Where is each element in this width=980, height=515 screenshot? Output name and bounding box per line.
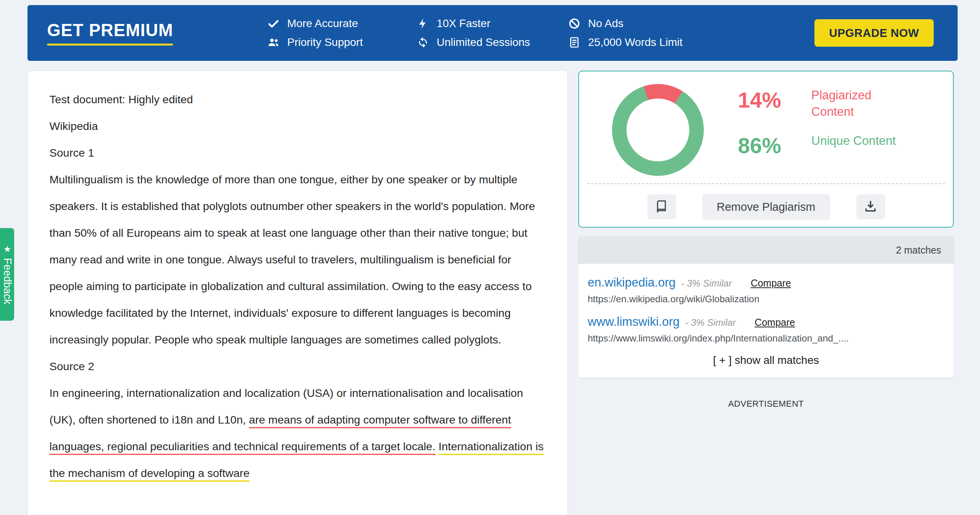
document-line: Source 1 [49,139,546,166]
title-underline [47,44,173,46]
match-site-link[interactable]: www.limswiki.org [588,315,679,329]
document-line: In engineering, internationalization and… [49,380,546,486]
unique-percentage: 86% [738,133,811,157]
matches-count: 2 matches [896,245,941,256]
show-all-matches-link[interactable]: [ + ] show all matches [578,354,954,367]
match-site-link[interactable]: en.wikipedia.org [588,276,676,290]
match-item: www.limswiki.org- 3% SimilarComparehttps… [588,315,944,344]
document-line: Test document: Highly edited [49,86,546,113]
upgrade-now-button[interactable]: UPGRADE NOW [814,19,934,47]
plagiarized-stat: 14% Plagiarized Content [738,87,942,120]
match-list: en.wikipedia.org- 3% SimilarComparehttps… [578,264,954,344]
banner-feature: 25,000 Words Limit [568,36,683,49]
banner-feature: 10X Faster [416,17,568,30]
document-line: Source 2 [49,353,546,380]
plagiarized-label: Plagiarized Content [811,87,913,120]
bolt-icon [416,17,430,30]
match-url: https://www.limswiki.org/index.php/Inter… [588,333,944,344]
compare-link[interactable]: Compare [750,278,791,289]
feature-label: Priority Support [287,36,363,49]
dashed-divider [587,183,945,184]
page: GET PREMIUM More Accurate10X FasterNo Ad… [0,0,980,515]
banner-feature: Priority Support [267,36,416,49]
feature-label: No Ads [588,17,623,30]
document-panel[interactable]: Test document: Highly editedWikipediaSou… [27,71,568,515]
report-book-button[interactable] [647,194,676,219]
banner-title: GET PREMIUM [47,20,173,40]
banner-feature: Unlimited Sessions [416,36,568,49]
matches-panel: 2 matches en.wikipedia.org- 3% SimilarCo… [578,236,954,378]
plagiarized-percentage: 14% [738,87,811,111]
premium-banner: GET PREMIUM More Accurate10X FasterNo Ad… [27,5,958,61]
document-line: Multilingualism is the knowledge of more… [49,166,546,353]
download-icon [864,200,877,214]
feature-label: More Accurate [287,17,358,30]
refresh-icon [416,36,430,49]
match-similarity: - 3% Similar [685,317,736,328]
banner-features: More Accurate10X FasterNo AdsPriority Su… [267,17,683,49]
banner-title-block: GET PREMIUM [47,20,173,46]
unique-label: Unique Content [811,133,913,149]
feature-label: Unlimited Sessions [437,36,530,49]
match-item: en.wikipedia.org- 3% SimilarComparehttps… [588,276,944,305]
document-line: Wikipedia [49,113,546,139]
feature-label: 10X Faster [437,17,490,30]
feedback-label: Feedback [1,258,13,305]
feature-label: 25,000 Words Limit [588,36,683,49]
results-card: 14% Plagiarized Content 86% Unique Conte… [578,71,954,228]
banner-feature: More Accurate [267,17,416,30]
book-icon [655,200,668,214]
check-icon [267,17,280,30]
match-similarity: - 3% Similar [681,278,732,289]
advertisement-label: ADVERTISEMENT [578,399,954,409]
download-button[interactable] [856,194,885,219]
remove-plagiarism-button[interactable]: Remove Plagiarism [702,194,830,220]
feedback-tab[interactable]: ★ Feedback [0,228,14,321]
banner-feature: No Ads [568,17,683,30]
matches-header: 2 matches [578,236,954,264]
compare-link[interactable]: Compare [755,317,795,328]
donut-chart [612,84,704,176]
star-icon: ★ [2,244,12,254]
document-icon [568,36,581,49]
unique-stat: 86% Unique Content [738,133,942,157]
users-icon [267,36,280,49]
document-text: Test document: Highly editedWikipediaSou… [28,71,567,501]
match-url: https://en.wikipedia.org/wiki/Globalizat… [588,294,944,305]
results-actions: Remove Plagiarism [579,194,953,220]
no-ads-icon [568,17,581,30]
results-stats: 14% Plagiarized Content 86% Unique Conte… [738,87,942,169]
